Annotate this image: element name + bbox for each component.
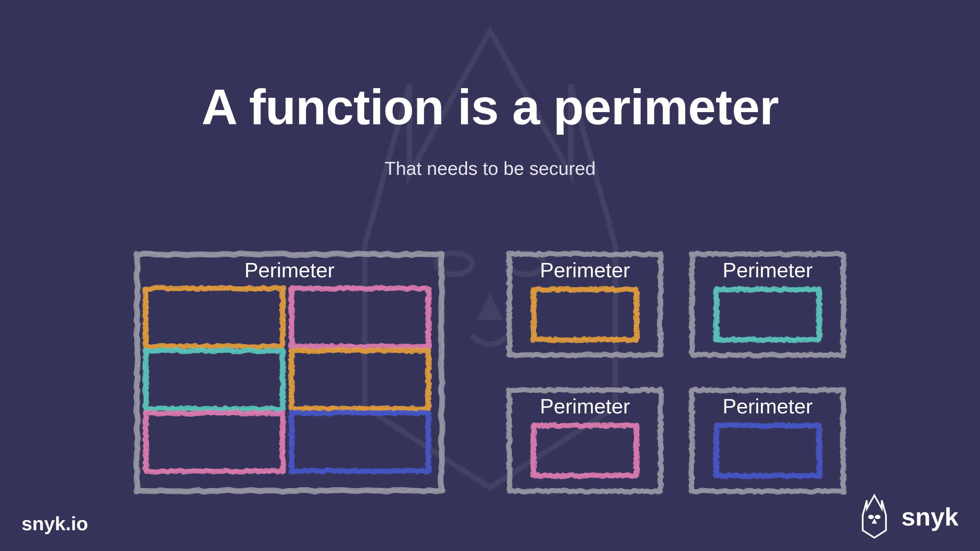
- inner-box: [288, 285, 436, 350]
- slide-subtitle: That needs to be secured: [0, 158, 980, 179]
- svg-point-3: [876, 516, 880, 518]
- inner-box: [530, 422, 640, 479]
- slide-title: A function is a perimeter: [0, 78, 980, 136]
- small-perimeter-box: Perimeter: [689, 387, 846, 494]
- large-perimeter-box: Perimeter: [134, 251, 445, 494]
- inner-box: [143, 285, 291, 350]
- inner-box: [288, 410, 436, 475]
- inner-box: [143, 410, 291, 475]
- diagram-area: Perimeter Perimeter Perimeter Perimeter: [0, 251, 980, 494]
- inner-box: [713, 422, 822, 479]
- inner-box: [143, 347, 291, 412]
- inner-box: [288, 347, 436, 412]
- footer-url: snyk.io: [21, 512, 88, 535]
- small-perimeter-box: Perimeter: [506, 251, 664, 358]
- inner-box: [530, 286, 640, 343]
- footer-brand-name: snyk: [901, 503, 959, 531]
- inner-box: [713, 286, 822, 343]
- footer-logo: snyk: [854, 494, 959, 540]
- svg-point-2: [869, 516, 873, 518]
- small-perimeter-box: Perimeter: [689, 251, 846, 358]
- small-perimeter-box: Perimeter: [506, 387, 664, 494]
- snyk-logo-icon: [854, 494, 894, 540]
